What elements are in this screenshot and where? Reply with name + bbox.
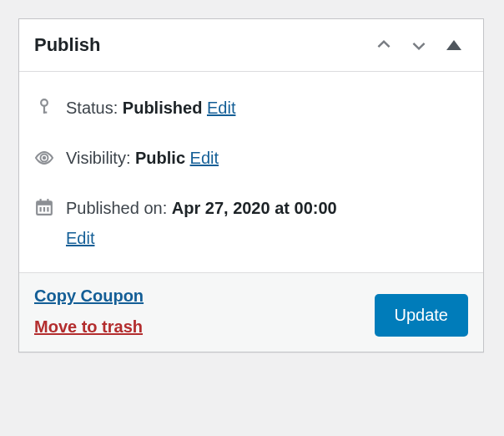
- move-down-icon[interactable]: [405, 31, 433, 59]
- svg-rect-6: [40, 199, 42, 204]
- status-text: Status: Published Edit: [66, 95, 468, 120]
- published-value: Apr 27, 2020 at 00:00: [172, 199, 337, 217]
- visibility-text: Visibility: Public Edit: [66, 145, 468, 170]
- panel-body: Status: Published Edit Visibility: Publi…: [19, 72, 483, 272]
- panel-header: Publish: [19, 19, 483, 72]
- panel-footer: Copy Coupon Move to trash Update: [19, 272, 483, 352]
- status-value: Published: [123, 99, 203, 117]
- status-row: Status: Published Edit: [34, 95, 468, 120]
- visibility-edit-link[interactable]: Edit: [190, 149, 219, 167]
- svg-rect-9: [43, 207, 45, 212]
- visibility-label: Visibility:: [66, 149, 130, 167]
- svg-rect-2: [43, 112, 47, 114]
- panel-controls: [370, 31, 468, 59]
- published-row: Published on: Apr 27, 2020 at 00:00 Edit: [34, 195, 468, 251]
- panel-title: Publish: [34, 34, 370, 56]
- published-label: Published on:: [66, 199, 167, 217]
- visibility-value: Public: [135, 149, 185, 167]
- published-text: Published on: Apr 27, 2020 at 00:00 Edit: [66, 195, 468, 251]
- svg-rect-10: [47, 207, 48, 212]
- move-up-icon[interactable]: [370, 31, 398, 59]
- published-edit-link[interactable]: Edit: [66, 226, 468, 251]
- svg-rect-5: [37, 201, 52, 205]
- status-label: Status:: [66, 99, 118, 117]
- svg-point-0: [41, 99, 48, 106]
- visibility-row: Visibility: Public Edit: [34, 145, 468, 170]
- toggle-panel-icon[interactable]: [440, 31, 468, 59]
- update-button[interactable]: Update: [375, 294, 469, 337]
- svg-rect-7: [47, 199, 48, 204]
- svg-point-3: [43, 156, 46, 160]
- key-icon: [34, 98, 54, 116]
- svg-rect-8: [40, 207, 42, 212]
- calendar-icon: [34, 198, 54, 216]
- status-edit-link[interactable]: Edit: [207, 99, 235, 117]
- eye-icon: [34, 148, 54, 168]
- publish-panel: Publish Status: Publ: [18, 18, 484, 352]
